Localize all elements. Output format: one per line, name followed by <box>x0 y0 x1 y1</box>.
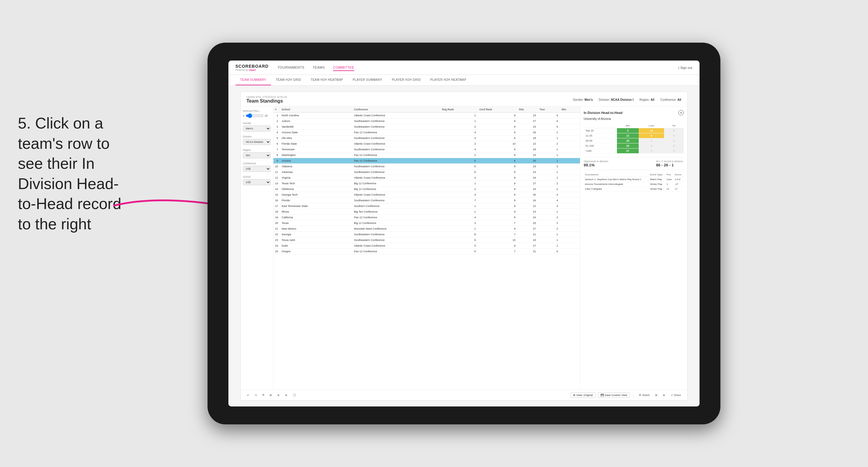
table-row[interactable]: 19 California Pac-12 Conference 4 8 24 2 <box>273 215 580 220</box>
toolbar-icon-3[interactable]: ⊕ <box>276 393 281 398</box>
tournament-score-2: -17 <box>674 182 684 187</box>
redo-button[interactable]: ↪ <box>253 393 258 398</box>
cell-conf-rank: 9 <box>478 243 517 249</box>
gender-filter-label: Gender <box>243 122 271 125</box>
cell-conf-rank: 6 <box>478 147 517 152</box>
cell-win <box>560 175 580 181</box>
toolbar-clock-icon[interactable]: 🕐 <box>291 393 298 398</box>
table-row[interactable]: 12 Virginia Atlantic Coast Conference 3 … <box>273 175 580 181</box>
h2h-table: Win Loss Tie Top 10 3 13 <box>584 123 684 154</box>
table-row[interactable]: 3 Vanderbilt Southeastern Conference 2 8… <box>273 124 580 130</box>
cell-conf-rank: 9 <box>478 181 517 186</box>
toolbar-icon-5[interactable]: ⊞ <box>654 393 659 398</box>
table-row[interactable]: 15 Georgia Tech Atlantic Coast Conferenc… <box>273 192 580 198</box>
table-row[interactable]: 2 Auburn Southeastern Conference 1 9 27 … <box>273 118 580 124</box>
cell-win <box>560 192 580 198</box>
table-row[interactable]: 13 Texas Tech Big 12 Conference 1 9 27 2 <box>273 181 580 186</box>
table-row[interactable]: 6 Florida State Atlantic Coast Conferenc… <box>273 141 580 147</box>
table-row[interactable]: 14 Oklahoma Big 12 Conference 2 8 24 2 <box>273 186 580 192</box>
table-row[interactable]: 16 Florida Southeastern Conference 7 9 2… <box>273 198 580 204</box>
table-header-row: # School Conference Reg Rank Conf Rank R… <box>273 106 580 113</box>
min-rounds-slider[interactable] <box>246 113 264 118</box>
save-custom-button[interactable]: 💾 Save Custom View <box>598 393 630 398</box>
tournament-name-2: Arizona Thunderbirds Intercollegiate <box>584 182 649 187</box>
cell-reg-rank: 8 <box>440 232 478 238</box>
cell-win <box>560 186 580 192</box>
cell-conference: Big 12 Conference <box>352 186 440 192</box>
cell-school: Arizona State <box>280 130 352 135</box>
filter-group-division: Division NCAA Division I <box>243 135 271 145</box>
tournament-col-pos: Pos <box>665 173 674 177</box>
table-row[interactable]: 11 Arkansas Southeastern Conference 6 8 … <box>273 169 580 175</box>
toolbar-icon-2[interactable]: ⊞ <box>268 393 273 398</box>
region-select[interactable]: N/A <box>243 152 271 158</box>
toolbar-icon-6[interactable]: ⊗ <box>661 393 667 398</box>
nav-tab-teams[interactable]: TEAMS <box>313 64 325 71</box>
cell-conference: Southeastern Conference <box>352 135 440 141</box>
conference-select[interactable]: (All) <box>243 166 271 172</box>
table-row[interactable]: 10 Alabama Southeastern Conference 5 8 2… <box>273 164 580 169</box>
standings-table: # School Conference Reg Rank Conf Rank R… <box>273 106 580 254</box>
table-row[interactable]: 7 Tennessee Southeastern Conference 4 6 … <box>273 147 580 152</box>
watch-button[interactable]: 👁 Watch <box>637 393 651 398</box>
tournament-score-1: 2-3-0 <box>674 177 684 182</box>
sub-nav-team-summary[interactable]: TEAM SUMMARY <box>236 75 271 85</box>
cell-conf-rank: 9 <box>478 118 517 124</box>
table-row[interactable]: 24 Duke Atlantic Coast Conference 5 9 27… <box>273 243 580 249</box>
table-row[interactable]: 1 North Carolina Atlantic Coast Conferen… <box>273 113 580 118</box>
table-row[interactable]: 25 Oregon Pac-12 Conference 5 7 21 0 <box>273 249 580 254</box>
view-original-button[interactable]: ⊞ View: Original <box>570 393 595 398</box>
table-row[interactable]: 20 Texas Big 12 Conference 3 7 20 3 <box>273 220 580 226</box>
school-select[interactable]: (All) <box>243 179 271 185</box>
table-row[interactable]: 22 Georgia Southeastern Conference 8 7 2… <box>273 232 580 238</box>
nav-tabs: TOURNAMENTS TEAMS COMMITTEE <box>278 64 679 71</box>
sub-nav-player-summary[interactable]: PLAYER SUMMARY <box>348 75 387 85</box>
sub-nav-team-h2h-heatmap[interactable]: TEAM H2H HEATMAP <box>306 75 348 85</box>
cell-reg-rank: 3 <box>440 135 478 141</box>
close-h2h-button[interactable]: ✕ <box>678 110 684 116</box>
table-row[interactable]: 4 Arizona State Pac-12 Conference 4 6 26… <box>273 130 580 135</box>
cell-tour: 3 <box>538 204 560 209</box>
sub-nav-player-h2h-grid[interactable]: PLAYER H2H GRID <box>387 75 426 85</box>
tournament-score-3: 17 <box>674 187 684 191</box>
filter-group-gender: Gender Men's Women's <box>243 122 271 131</box>
cell-conference: Southeastern Conference <box>352 238 440 243</box>
share-button[interactable]: ↗ Share <box>669 393 683 398</box>
nav-tab-committee[interactable]: COMMITTEE <box>333 64 354 71</box>
undo-button[interactable]: ↩ <box>245 393 251 398</box>
sub-nav-team-h2h-grid[interactable]: TEAM H2H GRID <box>271 75 306 85</box>
cell-conf-rank: 7 <box>478 249 517 254</box>
filter-conference: Conference: All <box>660 98 681 101</box>
cell-rds: 24 <box>517 175 538 181</box>
h2h-row-26-50: 26-50 25 2 1 <box>584 138 684 144</box>
nav-tab-tournaments[interactable]: TOURNAMENTS <box>278 64 305 71</box>
toolbar-icon-1[interactable]: ⧉ <box>261 393 266 398</box>
col-conference: Conference <box>352 106 440 113</box>
toolbar-icon-4[interactable]: ⊗ <box>284 393 289 398</box>
sign-out[interactable]: | Sign out <box>678 66 692 69</box>
cell-reg-rank: 1 <box>440 113 478 118</box>
table-row[interactable]: 23 Texas A&M Southeastern Conference 9 1… <box>273 238 580 243</box>
filter-gender-value: Men's <box>584 98 593 101</box>
cell-win <box>560 141 580 147</box>
cell-conference: Pac-12 Conference <box>352 215 440 220</box>
cell-conference: Southeastern Conference <box>352 118 440 124</box>
cell-conference: Atlantic Coast Conference <box>352 192 440 198</box>
cell-tour: 1 <box>538 243 560 249</box>
cell-school: Arkansas <box>280 169 352 175</box>
table-row[interactable]: 5 Ole Miss Southeastern Conference 3 6 1… <box>273 135 580 141</box>
cell-conference: Atlantic Coast Conference <box>352 175 440 181</box>
gender-select[interactable]: Men's Women's <box>243 126 271 131</box>
cell-school: Duke <box>280 243 352 249</box>
table-row[interactable]: 18 Illinois Big Ten Conference 1 9 23 1 <box>273 209 580 215</box>
sidebar-filters: Minimum Rou... 4 20 Gender Men <box>241 106 273 390</box>
division-select[interactable]: NCAA Division I <box>243 139 271 145</box>
table-row[interactable]: 9 Arizona Pac-12 Conference 5 8 30 1 <box>273 158 580 164</box>
cell-conf-rank: 6 <box>478 130 517 135</box>
table-row[interactable]: 17 East Tennessee State Southern Confere… <box>273 204 580 209</box>
table-row[interactable]: 8 Washington Pac-12 Conference 2 8 23 1 <box>273 152 580 158</box>
table-row[interactable]: 21 New Mexico Mountain West Conference 1… <box>273 226 580 232</box>
cell-rds: 23 <box>517 124 538 130</box>
cell-school: Alabama <box>280 164 352 169</box>
sub-nav-player-h2h-heatmap[interactable]: PLAYER H2H HEATMAP <box>426 75 471 85</box>
